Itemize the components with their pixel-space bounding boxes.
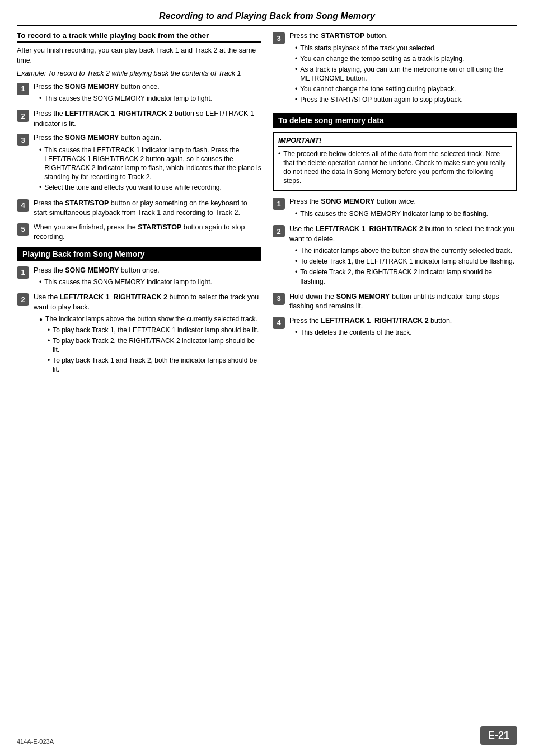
example-text: Example: To record to Track 2 while play… [17, 69, 261, 79]
delete-bullet-2-2: To delete Track 1, the LEFT/TRACK 1 indi… [295, 257, 517, 266]
playback-step-1-bullets: This causes the SONG MEMORY indicator la… [39, 278, 261, 287]
delete-step-number-1: 1 [273, 198, 285, 210]
step-number-3: 3 [17, 134, 29, 146]
delete-bullet-4-1: This deletes the contents of the track. [295, 328, 517, 337]
important-text: The procedure below deletes all of the d… [278, 149, 512, 186]
section-header-playback: Playing Back from Song Memory [17, 247, 261, 261]
delete-bullet-2-3: To delete Track 2, the RIGHT/TRACK 2 ind… [295, 267, 517, 285]
bullet-1-1: This causes the SONG MEMORY indicator la… [39, 94, 261, 103]
playback-step-content-3: Press the START/STOP button. This starts… [289, 31, 517, 106]
delete-step-2: 2 Use the LEFT/TRACK 1 RIGHT/TRACK 2 but… [273, 224, 517, 288]
step-3: 3 Press the SONG MEMORY button again. Th… [17, 133, 261, 194]
step-content-2: Press the LEFT/TRACK 1 RIGHT/TRACK 2 but… [34, 109, 261, 129]
delete-step-4-bullets: This deletes the contents of the track. [295, 328, 517, 337]
playback-step-2-bullets: The indicator lamps above the button sho… [39, 314, 261, 374]
playback-step-3: 3 Press the START/STOP button. This star… [273, 31, 517, 106]
delete-step-content-1: Press the SONG MEMORY button twice. This… [289, 197, 517, 220]
bullet-3-1: This causes the LEFT/TRACK 1 indicator l… [39, 145, 261, 182]
playback-step-number-3: 3 [273, 32, 285, 44]
delete-step-1-bullets: This causes the SONG MEMORY indicator la… [295, 209, 517, 218]
page-title: Recording to and Playing Back from Song … [17, 11, 517, 26]
playback-bullet-3-3: As a track is playing, you can turn the … [295, 65, 517, 83]
playback-step-number-1: 1 [17, 266, 29, 279]
delete-step-content-2: Use the LEFT/TRACK 1 RIGHT/TRACK 2 butto… [289, 224, 517, 288]
delete-step-4: 4 Press the LEFT/TRACK 1 RIGHT/TRACK 2 b… [273, 316, 517, 339]
delete-step-number-2: 2 [273, 225, 285, 237]
delete-step-content-4: Press the LEFT/TRACK 1 RIGHT/TRACK 2 but… [289, 316, 517, 339]
playback-sub-bullet-2-3: To play back Track 1 and Track 2, both t… [48, 356, 261, 374]
step-5: 5 When you are finished, press the START… [17, 223, 261, 242]
step-content-3: Press the SONG MEMORY button again. This… [34, 133, 261, 194]
step-content-4: Press the START/STOP button or play some… [34, 199, 261, 218]
page-footer: 414A-E-023A E-21 [0, 726, 534, 745]
playback-bullet-3-1: This starts playback of the track you se… [295, 44, 517, 53]
step-number-5: 5 [17, 223, 29, 236]
playback-steps: 1 Press the SONG MEMORY button once. Thi… [17, 266, 261, 376]
step-4: 4 Press the START/STOP button or play so… [17, 199, 261, 218]
playback-step-1: 1 Press the SONG MEMORY button once. Thi… [17, 266, 261, 289]
playback-sub-bullets-2: To play back Track 1, the LEFT/TRACK 1 i… [48, 326, 261, 374]
step-number-2: 2 [17, 110, 29, 122]
playback-bullet-3-2: You can change the tempo setting as a tr… [295, 54, 517, 63]
important-bullet: The procedure below deletes all of the d… [278, 149, 512, 186]
delete-bullet-1-1: This causes the SONG MEMORY indicator la… [295, 209, 517, 218]
section-header-delete: To delete song memory data [273, 113, 517, 128]
step-content-5: When you are finished, press the START/S… [34, 223, 261, 242]
delete-step-number-4: 4 [273, 317, 285, 329]
playback-step-2: 2 Use the LEFT/TRACK 1 RIGHT/TRACK 2 but… [17, 293, 261, 375]
playback-step-content-1: Press the SONG MEMORY button once. This … [34, 266, 261, 289]
delete-steps: 1 Press the SONG MEMORY button twice. Th… [273, 197, 517, 339]
delete-step-3: 3 Hold down the SONG MEMORY button until… [273, 292, 517, 312]
playback-bullet-3-4: You cannot change the tone setting durin… [295, 84, 517, 93]
subsection-title-record: To record to a track while playing back … [17, 31, 261, 43]
bullet-3-2: Select the tone and effects you want to … [39, 183, 261, 192]
right-column: 3 Press the START/STOP button. This star… [273, 31, 517, 380]
playback-step-3-bullets: This starts playback of the track you se… [295, 44, 517, 105]
two-column-layout: To record to a track while playing back … [17, 31, 517, 380]
intro-text: After you finish recording, you can play… [17, 46, 261, 65]
playback-bullet-3-5: Press the START/STOP button again to sto… [295, 95, 517, 104]
playback-sub-bullet-2-2: To play back Track 2, the RIGHT/TRACK 2 … [48, 336, 261, 354]
delete-step-1: 1 Press the SONG MEMORY button twice. Th… [273, 197, 517, 220]
delete-step-number-3: 3 [273, 293, 285, 305]
step-content-1: Press the SONG MEMORY button once. This … [34, 82, 261, 105]
step-1-bullets: This causes the SONG MEMORY indicator la… [39, 94, 261, 103]
important-box: IMPORTANT! The procedure below deletes a… [273, 132, 517, 192]
record-steps: 1 Press the SONG MEMORY button once. Thi… [17, 82, 261, 242]
left-column: To record to a track while playing back … [17, 31, 261, 380]
delete-bullet-2-1: The indicator lamps above the button sho… [295, 246, 517, 255]
step-number-1: 1 [17, 83, 29, 95]
step-number-4: 4 [17, 199, 29, 212]
playback-step-content-2: Use the LEFT/TRACK 1 RIGHT/TRACK 2 butto… [34, 293, 261, 375]
delete-step-2-bullets: The indicator lamps above the button sho… [295, 246, 517, 286]
page-number: E-21 [480, 726, 517, 745]
step-3-bullets: This causes the LEFT/TRACK 1 indicator l… [39, 145, 261, 192]
footer-reference: 414A-E-023A [17, 738, 54, 745]
step-1: 1 Press the SONG MEMORY button once. Thi… [17, 82, 261, 105]
step-2: 2 Press the LEFT/TRACK 1 RIGHT/TRACK 2 b… [17, 109, 261, 129]
playback-bullet-1-1: This causes the SONG MEMORY indicator la… [39, 278, 261, 287]
playback-circle-bullet-2-1: The indicator lamps above the button sho… [39, 314, 261, 323]
delete-step-content-3: Hold down the SONG MEMORY button until i… [289, 292, 517, 312]
playback-step-number-2: 2 [17, 293, 29, 306]
important-label: IMPORTANT! [278, 137, 512, 147]
playback-sub-bullet-2-1: To play back Track 1, the LEFT/TRACK 1 i… [48, 326, 261, 335]
page: Recording to and Playing Back from Song … [0, 0, 534, 756]
